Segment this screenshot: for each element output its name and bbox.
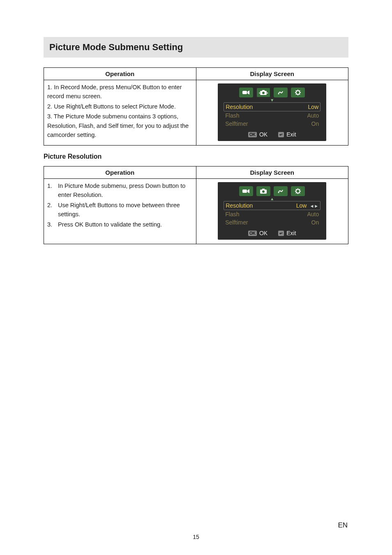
video-icon bbox=[242, 90, 250, 95]
svg-line-29 bbox=[296, 192, 297, 193]
svg-point-18 bbox=[262, 190, 265, 193]
return-icon: ↵ bbox=[278, 132, 284, 137]
svg-line-13 bbox=[299, 90, 300, 91]
camcorder-screen: ▲ Resolution Low ◄► Flash Auto bbox=[218, 182, 326, 240]
ok-badge-icon: OK bbox=[248, 132, 257, 137]
subsection-heading: Picture Resolution bbox=[44, 153, 348, 160]
svg-rect-4 bbox=[262, 90, 265, 91]
menu-label: Selftimer bbox=[225, 120, 248, 127]
menu-row-selftimer[interactable]: Selftimer On bbox=[224, 218, 321, 227]
page-number: 15 bbox=[0, 534, 392, 540]
menu-value: On bbox=[311, 219, 319, 226]
svg-line-28 bbox=[299, 189, 300, 190]
left-right-caret-icon: ◄► bbox=[308, 204, 318, 208]
menu-label: Resolution bbox=[226, 104, 253, 110]
down-caret-icon: ▼ bbox=[222, 98, 322, 102]
menu-label: Selftimer bbox=[225, 219, 248, 226]
picture-resolution-table: Operation Display Screen In Picture Mode… bbox=[44, 166, 348, 244]
step-text: The Picture Mode submenu contains 3 opti… bbox=[47, 113, 189, 138]
operation-cell: In Picture Mode submenu, press Down butt… bbox=[44, 179, 196, 244]
video-icon bbox=[242, 188, 250, 194]
camcorder-screen: ◄ ► ▼ bbox=[218, 83, 326, 141]
footer-ok[interactable]: OK OK bbox=[248, 230, 267, 236]
svg-point-5 bbox=[278, 93, 279, 95]
menu-value: Low bbox=[296, 202, 307, 209]
svg-rect-15 bbox=[242, 190, 247, 193]
operation-cell: 1. In Record Mode, press Menu/OK Button … bbox=[44, 80, 196, 146]
display-screen-cell: ◄ ► ▼ bbox=[196, 80, 348, 146]
step-text: Press OK Button to validate the setting. bbox=[47, 220, 193, 229]
step-text: In Record Mode, press Menu/OK Button to … bbox=[47, 84, 182, 99]
col-header-display-screen: Display Screen bbox=[196, 166, 348, 179]
footer-exit-label: Exit bbox=[286, 230, 296, 236]
effect-icon bbox=[277, 188, 284, 194]
tab-video[interactable] bbox=[239, 186, 253, 196]
tab-effect[interactable] bbox=[274, 186, 288, 196]
return-icon: ↵ bbox=[278, 231, 284, 236]
tab-video[interactable] bbox=[239, 88, 253, 97]
footer-ok[interactable]: OK OK bbox=[248, 131, 267, 138]
menu-row-flash[interactable]: Flash Auto bbox=[224, 210, 321, 218]
footer-exit[interactable]: ↵ Exit bbox=[278, 230, 296, 236]
section-heading: Picture Mode Submenu Setting bbox=[49, 42, 343, 53]
tab-settings[interactable] bbox=[291, 186, 305, 196]
submenu-setting-table: Operation Display Screen 1. In Record Mo… bbox=[44, 67, 348, 146]
menu-value: Auto bbox=[307, 211, 319, 217]
svg-line-27 bbox=[299, 192, 300, 193]
camera-icon bbox=[260, 188, 267, 194]
svg-marker-16 bbox=[247, 189, 249, 193]
col-header-operation: Operation bbox=[44, 68, 196, 80]
step-text: In Picture Mode submenu, press Down butt… bbox=[47, 181, 193, 200]
tab-settings[interactable] bbox=[291, 88, 305, 97]
footer-exit[interactable]: ↵ Exit bbox=[278, 131, 296, 138]
tab-effect[interactable] bbox=[274, 88, 288, 97]
svg-point-20 bbox=[278, 192, 279, 193]
tab-picture[interactable] bbox=[256, 186, 270, 196]
svg-line-14 bbox=[296, 94, 297, 95]
svg-line-12 bbox=[299, 94, 300, 95]
language-code: EN bbox=[338, 521, 348, 530]
right-caret-icon: ► bbox=[265, 90, 269, 95]
display-screen-cell: ▲ Resolution Low ◄► Flash Auto bbox=[196, 179, 348, 244]
svg-point-3 bbox=[262, 92, 265, 94]
up-caret-icon: ▲ bbox=[222, 197, 322, 201]
footer-ok-label: OK bbox=[259, 230, 267, 236]
svg-line-26 bbox=[296, 189, 297, 190]
tab-picture[interactable]: ◄ ► bbox=[256, 88, 270, 97]
menu-value: Low bbox=[308, 104, 319, 110]
footer-exit-label: Exit bbox=[286, 131, 296, 138]
menu-value: Auto bbox=[307, 112, 319, 119]
svg-line-11 bbox=[296, 90, 297, 91]
step-text: Use Right/Left Buttons to move between t… bbox=[47, 201, 193, 219]
settings-icon bbox=[294, 90, 302, 95]
svg-rect-0 bbox=[242, 91, 247, 94]
effect-icon bbox=[277, 90, 284, 95]
menu-value: On bbox=[311, 120, 319, 127]
col-header-operation: Operation bbox=[44, 166, 196, 179]
col-header-display-screen: Display Screen bbox=[196, 68, 348, 80]
svg-marker-1 bbox=[247, 90, 249, 95]
menu-row-resolution[interactable]: Resolution Low ◄► bbox=[224, 201, 321, 210]
menu-row-resolution[interactable]: Resolution Low bbox=[224, 102, 321, 111]
svg-rect-19 bbox=[262, 189, 265, 190]
left-caret-icon: ◄ bbox=[258, 90, 262, 95]
menu-row-selftimer[interactable]: Selftimer On bbox=[224, 120, 321, 128]
menu-label: Flash bbox=[225, 211, 239, 217]
footer-ok-label: OK bbox=[259, 131, 267, 138]
ok-badge-icon: OK bbox=[248, 231, 257, 236]
step-text: Use Right/Left Buttons to select Picture… bbox=[54, 103, 176, 110]
menu-label: Resolution bbox=[226, 202, 253, 209]
menu-row-flash[interactable]: Flash Auto bbox=[224, 111, 321, 120]
settings-icon bbox=[294, 188, 302, 194]
menu-label: Flash bbox=[225, 112, 239, 119]
